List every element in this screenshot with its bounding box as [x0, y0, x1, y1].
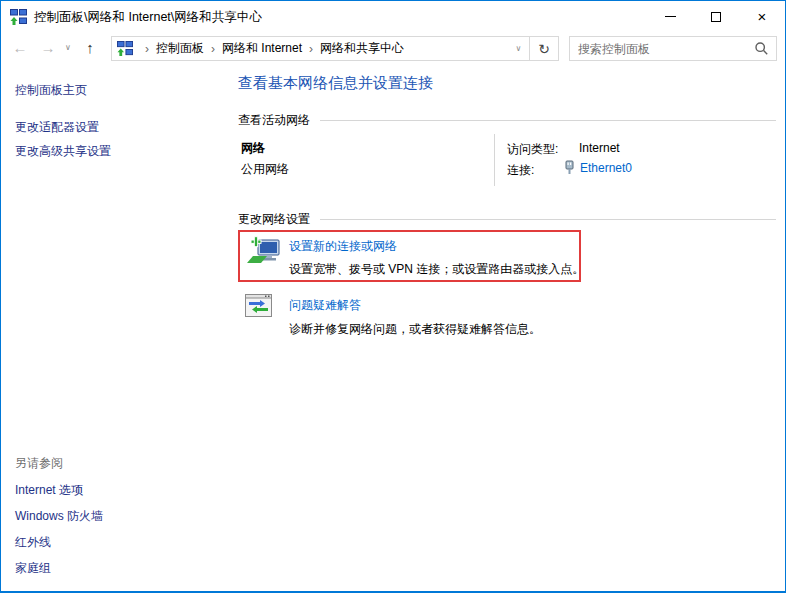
- maximize-icon: [711, 12, 721, 22]
- setup-new-connection-link[interactable]: 设置新的连接或网络: [289, 238, 397, 255]
- back-icon: ←: [13, 39, 28, 56]
- breadcrumb-separator: ›: [309, 42, 313, 56]
- section-label: 更改网络设置: [238, 211, 310, 228]
- section-change-network-settings: 更改网络设置: [238, 211, 776, 228]
- active-network-vertical-divider: [494, 134, 495, 186]
- title-bar: 控制面板\网络和 Internet\网络和共享中心 ×: [1, 1, 785, 33]
- address-bar[interactable]: › 控制面板 › 网络和 Internet › 网络和共享中心 ∨ ↻: [111, 36, 559, 61]
- section-divider-line: [320, 120, 776, 121]
- setup-new-connection-description: 设置宽带、拨号或 VPN 连接；或设置路由器或接入点。: [289, 261, 584, 278]
- connection-label: 连接:: [507, 162, 534, 179]
- access-type-label: 访问类型:: [507, 141, 558, 158]
- troubleshoot-problems-description: 诊断并修复网络问题，或者获得疑难解答信息。: [289, 321, 541, 338]
- close-button[interactable]: ×: [739, 1, 785, 32]
- forward-icon: →: [41, 39, 56, 56]
- refresh-button[interactable]: ↻: [529, 37, 558, 60]
- connection-ethernet0-link[interactable]: Ethernet0: [580, 161, 632, 175]
- troubleshoot-problems-link[interactable]: 问题疑难解答: [289, 297, 361, 314]
- search-box: [569, 36, 777, 61]
- breadcrumb-separator: ›: [211, 42, 215, 56]
- sidebar-item-homegroup[interactable]: 家庭组: [15, 560, 51, 577]
- ethernet-plug-icon: [564, 160, 575, 175]
- search-input[interactable]: [570, 42, 747, 56]
- refresh-icon: ↻: [538, 41, 550, 57]
- sidebar-item-infrared[interactable]: 红外线: [15, 534, 51, 551]
- maximize-button[interactable]: [693, 1, 739, 32]
- section-view-active-networks: 查看活动网络: [238, 112, 776, 129]
- breadcrumb-network-sharing-center[interactable]: 网络和共享中心: [320, 40, 404, 57]
- up-arrow-icon: ↑: [86, 39, 94, 56]
- address-dropdown-icon[interactable]: ∨: [507, 44, 529, 53]
- active-network-profile: 公用网络: [241, 161, 289, 178]
- history-dropdown-button[interactable]: ∨: [61, 34, 75, 61]
- window-title: 控制面板\网络和 Internet\网络和共享中心: [34, 1, 262, 33]
- network-center-icon: [10, 9, 27, 26]
- troubleshoot-icon[interactable]: [245, 294, 272, 317]
- access-type-value: Internet: [579, 141, 620, 155]
- see-also-header: 另请参阅: [15, 455, 63, 472]
- network-sharing-center-window: 控制面板\网络和 Internet\网络和共享中心 × ← → ∨ ↑ › 控制…: [0, 0, 786, 593]
- sidebar-item-change-adapter-settings[interactable]: 更改适配器设置: [15, 119, 99, 136]
- breadcrumb-control-panel[interactable]: 控制面板: [156, 40, 204, 57]
- search-icon: [755, 42, 768, 55]
- close-icon: ×: [758, 9, 767, 24]
- breadcrumb-location-icon: [117, 41, 133, 57]
- minimize-button[interactable]: [647, 1, 693, 32]
- breadcrumb-separator: ›: [145, 42, 149, 56]
- navigation-toolbar: ← → ∨ ↑ › 控制面板 › 网络和 Internet › 网络和共享中心 …: [1, 33, 785, 63]
- up-button[interactable]: ↑: [77, 34, 103, 61]
- sidebar-item-internet-options[interactable]: Internet 选项: [15, 482, 83, 499]
- chevron-down-icon: ∨: [65, 43, 71, 52]
- breadcrumb-network-internet[interactable]: 网络和 Internet: [222, 40, 302, 57]
- search-button[interactable]: [747, 42, 776, 55]
- sidebar-item-windows-firewall[interactable]: Windows 防火墙: [15, 508, 103, 525]
- section-divider-line: [320, 219, 776, 220]
- minimize-icon: [665, 16, 676, 17]
- setup-new-connection-icon[interactable]: [247, 236, 281, 266]
- sidebar-item-control-panel-home[interactable]: 控制面板主页: [15, 82, 87, 99]
- active-network-name: 网络: [241, 140, 265, 157]
- forward-button[interactable]: →: [35, 34, 61, 61]
- back-button[interactable]: ←: [7, 34, 33, 61]
- section-label: 查看活动网络: [238, 112, 310, 129]
- sidebar-item-change-advanced-sharing[interactable]: 更改高级共享设置: [15, 143, 111, 160]
- page-title: 查看基本网络信息并设置连接: [238, 74, 433, 93]
- connection-link-group: Ethernet0: [564, 160, 632, 175]
